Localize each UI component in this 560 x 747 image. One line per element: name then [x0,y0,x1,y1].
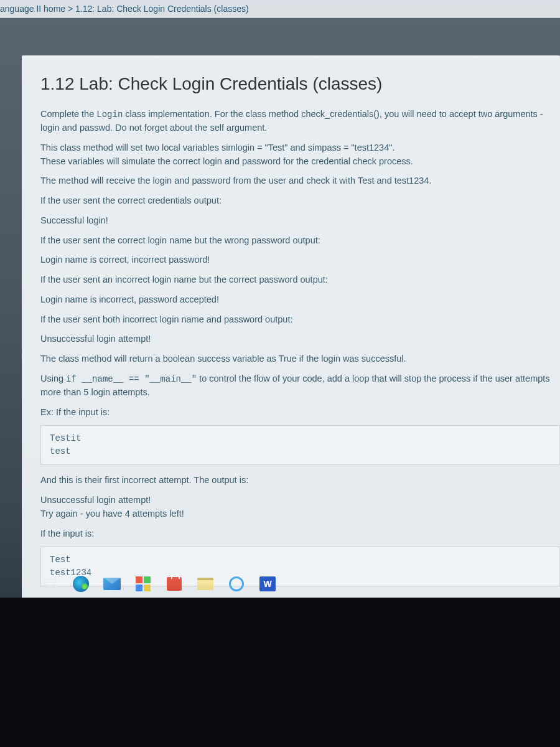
paragraph: If the user sent the correct login name … [40,234,560,248]
dark-area [0,598,560,747]
mail-icon[interactable] [103,575,121,593]
breadcrumb[interactable]: anguage II home > 1.12: Lab: Check Login… [0,0,560,18]
paragraph: Using if __name__ == "__main__" to contr… [40,372,560,400]
microsoft-store-grid-icon[interactable] [134,575,152,593]
svg-rect-2 [44,585,49,589]
paragraph: If the user sent an incorrect login name… [40,273,560,287]
svg-rect-0 [44,580,49,583]
edge-browser-icon[interactable] [72,575,90,593]
cortana-icon[interactable] [228,575,245,593]
paragraph: Login name is incorrect, password accept… [40,293,560,307]
paragraph: Login name is correct, incorrect passwor… [40,253,560,267]
page-title: 1.12 Lab: Check Login Credentials (class… [40,74,560,94]
svg-rect-1 [51,580,55,583]
taskbar: W [35,571,282,596]
code-inline: Login [96,110,123,120]
paragraph: Unsuccessful login attempt! Try again - … [40,494,560,521]
main-content: 1.12 Lab: Check Login Credentials (class… [22,55,560,654]
file-explorer-icon[interactable] [197,575,214,593]
word-icon[interactable]: W [259,575,276,593]
code-inline: if __name__ == "__main__" [66,374,197,384]
paragraph: Complete the Login class implementation.… [40,108,560,135]
paragraph: The method will receive the login and pa… [40,174,560,188]
paragraph: This class method will set two local var… [40,141,560,169]
paragraph: The class method will return a boolean s… [40,352,560,366]
paragraph: Successful login! [40,214,560,228]
paragraph: Ex: If the input is: [40,406,560,420]
paragraph: If the input is: [40,527,560,541]
paragraph: If the user sent both incorrect login na… [40,313,560,327]
svg-rect-3 [51,585,55,589]
paragraph: Unsuccessful login attempt! [40,332,560,346]
paragraph: If the user sent the correct credentials… [40,194,560,208]
task-view-icon[interactable] [41,575,58,593]
paragraph: And this is their first incorrect attemp… [40,474,560,487]
store-icon[interactable] [166,575,183,593]
code-block: Testit test [40,425,560,465]
